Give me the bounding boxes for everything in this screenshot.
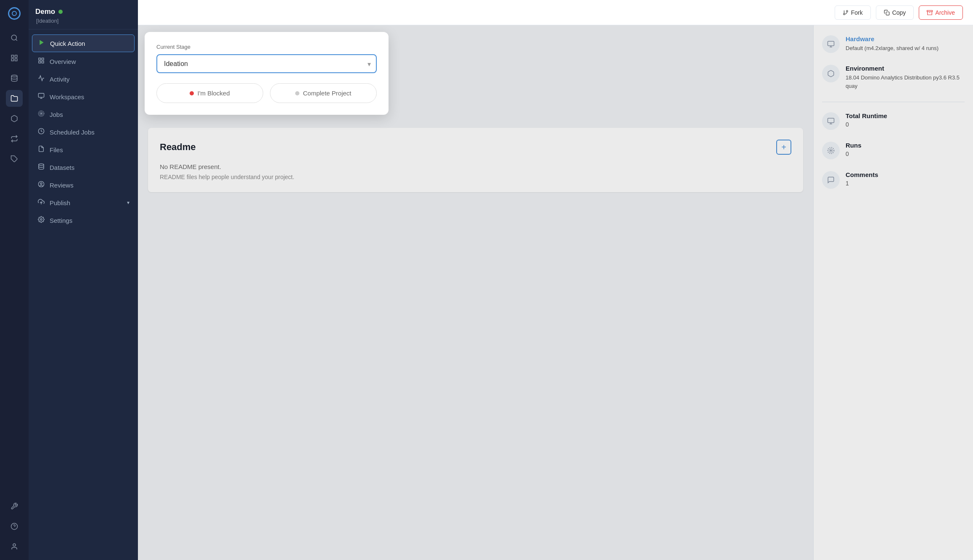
publish-icon: [37, 198, 45, 207]
svg-point-19: [40, 112, 43, 115]
rail-search-icon[interactable]: [6, 29, 23, 46]
svg-rect-15: [38, 93, 44, 97]
archive-label: Archive: [935, 9, 955, 16]
sidebar-item-quick-action[interactable]: Quick Action: [32, 34, 135, 52]
sidebar-item-activity[interactable]: Activity: [32, 71, 135, 87]
rail-arrows-icon[interactable]: [6, 130, 23, 147]
svg-rect-2: [15, 55, 17, 57]
rail-wrench-icon[interactable]: [6, 498, 23, 515]
stage-select-wrapper: Ideation Development Review Deployment C…: [156, 54, 377, 73]
sidebar-item-datasets[interactable]: Datasets: [32, 159, 135, 176]
archive-button[interactable]: Archive: [919, 5, 963, 20]
sidebar-header: Demo [Ideation]: [29, 0, 138, 29]
project-stage: [Ideation]: [35, 18, 131, 24]
svg-rect-30: [886, 12, 889, 15]
publish-chevron-icon: ▾: [127, 200, 130, 206]
sidebar-label-scheduled-jobs: Scheduled Jobs: [50, 129, 95, 136]
files-icon: [37, 145, 45, 154]
reviews-icon: [37, 181, 45, 189]
sidebar-item-scheduled-jobs[interactable]: Scheduled Jobs: [32, 124, 135, 140]
sidebar-label-datasets: Datasets: [50, 164, 74, 171]
project-name-text: Demo: [35, 8, 55, 16]
fork-button[interactable]: Fork: [835, 5, 871, 20]
jobs-icon: [37, 110, 45, 119]
sidebar-nav: Quick Action Overview Activity Workspace…: [29, 29, 138, 560]
sidebar-label-settings: Settings: [50, 217, 72, 224]
sidebar-item-overview[interactable]: Overview: [32, 53, 135, 70]
svg-point-5: [11, 75, 17, 77]
svg-point-22: [39, 164, 44, 165]
svg-point-9: [13, 544, 16, 546]
svg-marker-10: [40, 40, 43, 45]
sidebar-label-files: Files: [50, 146, 63, 153]
sidebar-item-publish[interactable]: Publish ▾: [32, 194, 135, 211]
rail-cube-icon[interactable]: [6, 110, 23, 127]
svg-rect-13: [39, 61, 41, 63]
sidebar-item-jobs[interactable]: Jobs: [32, 106, 135, 123]
sidebar-item-settings[interactable]: Settings: [32, 212, 135, 229]
archive-icon: [927, 10, 933, 16]
complete-dot-icon: [295, 91, 299, 95]
topbar: Fork Copy Archive: [138, 0, 973, 25]
fork-label: Fork: [851, 9, 863, 16]
svg-rect-3: [11, 59, 13, 61]
logo[interactable]: [6, 5, 23, 22]
svg-rect-1: [11, 55, 13, 57]
fork-icon: [843, 10, 849, 16]
copy-icon: [884, 10, 890, 16]
content-area: Current Stage Ideation Development Revie…: [138, 25, 973, 560]
blocked-button[interactable]: I'm Blocked: [156, 83, 263, 103]
sidebar-label-jobs: Jobs: [50, 111, 63, 118]
copy-button[interactable]: Copy: [876, 5, 914, 20]
activity-icon: [37, 75, 45, 83]
sidebar-label-activity: Activity: [50, 76, 70, 83]
rail-grid-icon[interactable]: [6, 50, 23, 66]
quick-action-icon: [37, 39, 46, 48]
icon-rail: [0, 0, 29, 560]
sidebar: Demo [Ideation] Quick Action Overview Ac…: [29, 0, 138, 560]
scheduled-jobs-icon: [37, 128, 45, 136]
sidebar-item-reviews[interactable]: Reviews: [32, 177, 135, 193]
project-status-dot: [58, 10, 63, 14]
complete-project-button[interactable]: Complete Project: [270, 83, 377, 103]
svg-rect-4: [15, 59, 17, 61]
workspaces-icon: [37, 92, 45, 101]
rail-folder-icon[interactable]: [6, 90, 23, 107]
copy-label: Copy: [892, 9, 906, 16]
complete-label: Complete Project: [303, 90, 351, 97]
overview-icon: [37, 57, 45, 66]
settings-icon: [37, 216, 45, 225]
svg-rect-12: [42, 58, 44, 60]
current-stage-label: Current Stage: [156, 44, 377, 50]
sidebar-item-files[interactable]: Files: [32, 141, 135, 158]
blocked-dot-icon: [190, 91, 194, 95]
svg-rect-14: [42, 61, 44, 63]
sidebar-label-reviews: Reviews: [50, 182, 74, 189]
rail-user-icon[interactable]: [6, 538, 23, 555]
project-name: Demo: [35, 8, 131, 16]
datasets-icon: [37, 163, 45, 172]
quick-action-card: Current Stage Ideation Development Revie…: [145, 32, 389, 115]
svg-point-18: [41, 113, 42, 114]
svg-rect-11: [39, 58, 41, 60]
stage-select[interactable]: Ideation Development Review Deployment C…: [156, 54, 377, 73]
qa-actions: I'm Blocked Complete Project: [156, 83, 377, 103]
blocked-label: I'm Blocked: [197, 90, 230, 97]
sidebar-label-overview: Overview: [50, 58, 76, 65]
rail-question-icon[interactable]: [6, 518, 23, 535]
rail-tag-icon[interactable]: [6, 151, 23, 167]
svg-point-28: [846, 10, 848, 12]
sidebar-label-quick-action: Quick Action: [50, 40, 85, 47]
sidebar-item-workspaces[interactable]: Workspaces: [32, 88, 135, 105]
svg-point-29: [843, 13, 845, 15]
sidebar-label-publish: Publish: [50, 199, 70, 206]
rail-db-icon[interactable]: [6, 70, 23, 87]
svg-point-26: [40, 219, 42, 220]
svg-rect-31: [927, 10, 933, 11]
svg-point-0: [11, 35, 16, 40]
sidebar-label-workspaces: Workspaces: [50, 93, 84, 100]
svg-point-24: [40, 183, 42, 185]
main-content: Fork Copy Archive Current Stage Ideation…: [138, 0, 973, 560]
